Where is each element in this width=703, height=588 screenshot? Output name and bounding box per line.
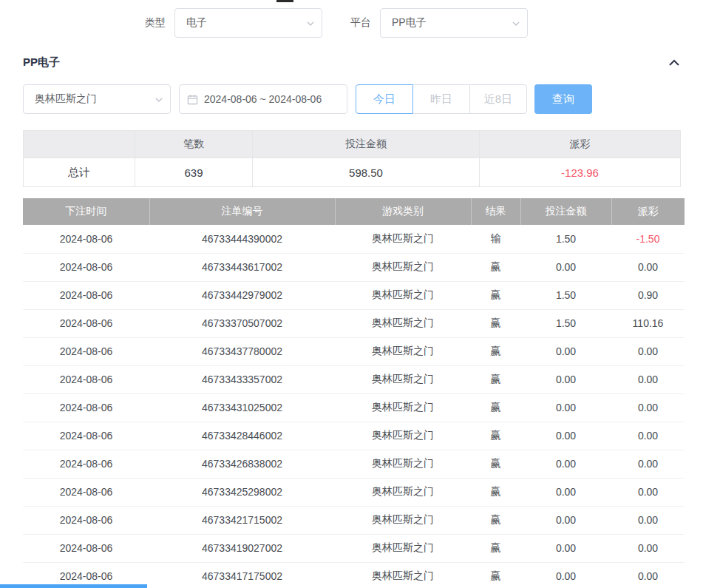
cell-payout: 0.90 (611, 281, 685, 309)
date-range-input[interactable]: 2024-08-06 ~ 2024-08-06 (179, 84, 347, 114)
cell-order-id: 46733443617002 (149, 253, 335, 281)
records-header-payout: 派彩 (611, 198, 685, 225)
table-row: 2024-08-06 46733421715002 奥林匹斯之门 赢 0.00 … (23, 506, 685, 534)
section-header: PP电子 (23, 55, 680, 70)
summary-bet-amount-value: 598.50 (253, 158, 480, 187)
cell-bet-amount: 0.00 (520, 534, 611, 562)
chevron-down-icon (154, 95, 163, 104)
records-table-body: 2024-08-06 46733444390002 奥林匹斯之门 输 1.50 … (23, 225, 685, 588)
cell-game-type: 奥林匹斯之门 (335, 450, 471, 478)
betting-records-page: 类型 电子 平台 PP电子 PP电子 奥林匹斯之门 (0, 0, 703, 588)
platform-select-value: PP电子 (392, 16, 427, 30)
cell-order-id: 46733442979002 (149, 281, 335, 309)
cell-order-id: 46733437780002 (149, 337, 335, 365)
cell-order-id: 46733419027002 (149, 534, 335, 562)
records-table: 下注时间 注单编号 游戏类别 结果 投注金额 派彩 2024-08-06 467… (23, 198, 685, 588)
cell-game-type: 奥林匹斯之门 (335, 506, 471, 534)
cell-bet-amount: 0.00 (520, 365, 611, 393)
cell-order-id: 46733370507002 (149, 309, 335, 337)
table-row: 2024-08-06 46733428446002 奥林匹斯之门 赢 0.00 … (23, 422, 685, 450)
quick-range-button[interactable]: 今日 (356, 84, 413, 114)
cell-game-type: 奥林匹斯之门 (335, 562, 471, 588)
cell-bet-time: 2024-08-06 (23, 309, 149, 337)
cell-payout: -1.50 (611, 225, 685, 253)
cell-payout: 0.00 (611, 253, 685, 281)
table-row: 2024-08-06 46733442979002 奥林匹斯之门 赢 1.50 … (23, 281, 685, 309)
type-select[interactable]: 电子 (174, 8, 322, 38)
quick-range-buttons: 今日昨日近8日 (356, 84, 527, 114)
date-range-value: 2024-08-06 ~ 2024-08-06 (204, 93, 322, 105)
cell-bet-time: 2024-08-06 (23, 281, 149, 309)
summary-header-row: 笔数 投注金额 派彩 (24, 131, 681, 158)
cell-result: 赢 (471, 309, 520, 337)
cell-payout: 0.00 (611, 478, 685, 506)
cell-payout: 0.00 (611, 422, 685, 450)
cell-game-type: 奥林匹斯之门 (335, 478, 471, 506)
cell-bet-time: 2024-08-06 (23, 534, 149, 562)
cell-order-id: 46733433357002 (149, 365, 335, 393)
cell-result: 赢 (471, 506, 520, 534)
cell-bet-amount: 0.00 (520, 253, 611, 281)
query-row: 奥林匹斯之门 2024-08-06 ~ 2024-08-06 今日昨日近8日 查… (23, 84, 703, 114)
summary-count-value: 639 (135, 158, 253, 187)
platform-label: 平台 (350, 16, 371, 30)
cell-result: 输 (471, 225, 520, 253)
cell-bet-amount: 0.00 (520, 422, 611, 450)
summary-total-row: 总计 639 598.50 -123.96 (24, 158, 681, 187)
cell-result: 赢 (471, 562, 520, 588)
cell-bet-amount: 0.00 (520, 393, 611, 422)
cell-bet-amount: 0.00 (520, 562, 611, 588)
search-button[interactable]: 查询 (534, 84, 592, 114)
chevron-up-icon[interactable] (668, 58, 680, 67)
horizontal-scrollbar-thumb[interactable] (0, 584, 147, 588)
cell-payout: 0.00 (611, 450, 685, 478)
top-scrollbar-thumb (276, 0, 293, 2)
summary-header-blank (24, 131, 135, 158)
cell-result: 赢 (471, 281, 520, 309)
summary-total-label: 总计 (24, 158, 135, 187)
section-title: PP电子 (23, 55, 60, 70)
cell-bet-amount: 1.50 (520, 309, 611, 337)
cell-payout: 0.00 (611, 365, 685, 393)
records-header-game-type: 游戏类别 (335, 198, 471, 225)
chevron-down-icon (306, 19, 315, 28)
cell-game-type: 奥林匹斯之门 (335, 337, 471, 365)
platform-select[interactable]: PP电子 (380, 8, 528, 38)
game-select[interactable]: 奥林匹斯之门 (23, 84, 171, 114)
quick-range-button[interactable]: 昨日 (412, 84, 470, 114)
top-filter-row: 类型 电子 平台 PP电子 (145, 0, 703, 38)
records-header-result: 结果 (471, 198, 520, 225)
cell-order-id: 46733417175002 (149, 562, 335, 588)
cell-bet-amount: 1.50 (520, 281, 611, 309)
quick-range-button[interactable]: 近8日 (469, 84, 527, 114)
cell-result: 赢 (471, 534, 520, 562)
cell-bet-time: 2024-08-06 (23, 365, 149, 393)
cell-result: 赢 (471, 422, 520, 450)
cell-bet-time: 2024-08-06 (23, 253, 149, 281)
table-row: 2024-08-06 46733426838002 奥林匹斯之门 赢 0.00 … (23, 450, 685, 478)
table-row: 2024-08-06 46733433357002 奥林匹斯之门 赢 0.00 … (23, 365, 685, 393)
records-header-bet-time: 下注时间 (23, 198, 149, 225)
cell-order-id: 46733431025002 (149, 393, 335, 422)
cell-bet-time: 2024-08-06 (23, 478, 149, 506)
cell-game-type: 奥林匹斯之门 (335, 225, 471, 253)
cell-game-type: 奥林匹斯之门 (335, 365, 471, 393)
cell-order-id: 46733425298002 (149, 478, 335, 506)
cell-game-type: 奥林匹斯之门 (335, 253, 471, 281)
summary-table: 笔数 投注金额 派彩 总计 639 598.50 -123.96 (23, 130, 681, 187)
cell-game-type: 奥林匹斯之门 (335, 281, 471, 309)
cell-game-type: 奥林匹斯之门 (335, 534, 471, 562)
type-select-value: 电子 (186, 16, 207, 30)
cell-bet-time: 2024-08-06 (23, 450, 149, 478)
cell-payout: 0.00 (611, 337, 685, 365)
cell-result: 赢 (471, 365, 520, 393)
cell-bet-time: 2024-08-06 (23, 225, 149, 253)
type-label: 类型 (145, 16, 166, 30)
summary-header-payout: 派彩 (480, 131, 681, 158)
table-row: 2024-08-06 46733443617002 奥林匹斯之门 赢 0.00 … (23, 253, 685, 281)
summary-header-bet-amount: 投注金额 (253, 131, 480, 158)
table-row: 2024-08-06 46733431025002 奥林匹斯之门 赢 0.00 … (23, 393, 685, 422)
table-row: 2024-08-06 46733419027002 奥林匹斯之门 赢 0.00 … (23, 534, 685, 562)
cell-result: 赢 (471, 450, 520, 478)
calendar-icon (187, 94, 198, 105)
